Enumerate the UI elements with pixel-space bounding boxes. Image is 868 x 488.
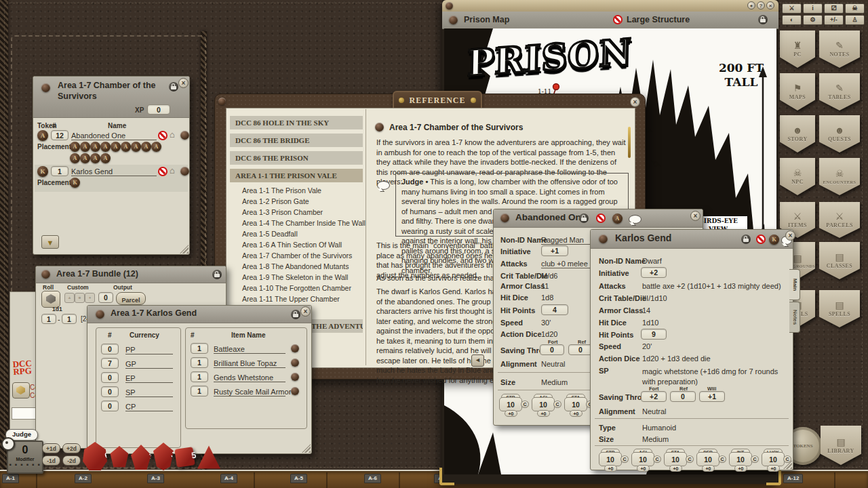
xp-value[interactable]: 0: [147, 104, 170, 115]
scrollbar-ornament[interactable]: [628, 127, 631, 158]
open-record-dot[interactable]: [180, 131, 189, 140]
day-night-icon[interactable]: ◐: [782, 15, 802, 25]
close-icon[interactable]: ×: [785, 230, 795, 241]
id-badge-icon[interactable]: [596, 214, 606, 223]
ability-str[interactable]: STR10 C+0: [499, 394, 529, 421]
custom-count[interactable]: 0: [98, 292, 113, 303]
window-menu-dot[interactable]: [41, 83, 50, 92]
map-corner-bracket-left[interactable]: [439, 468, 454, 485]
plus-1d-button[interactable]: +1d: [42, 443, 60, 453]
check-button[interactable]: C: [718, 455, 726, 463]
placement-token[interactable]: A: [70, 142, 80, 152]
open-item-dot[interactable]: [291, 373, 299, 381]
toc-item[interactable]: Area 1-8 The Abandoned Mutants: [242, 262, 349, 270]
ability-int[interactable]: INT10 C+0: [729, 449, 759, 476]
initiative-value[interactable]: +1: [541, 245, 568, 256]
toc-item[interactable]: Area 1-2 Prison Gate: [242, 197, 309, 205]
close-icon[interactable]: ×: [178, 78, 189, 88]
sidebar-item-story[interactable]: ☻STORY: [780, 115, 815, 152]
open-item-dot[interactable]: [291, 359, 299, 367]
window-menu-dot[interactable]: [500, 214, 509, 222]
item-link[interactable]: Rusty Scale Mail Armor: [214, 388, 285, 396]
currency-name[interactable]: EP: [125, 374, 173, 383]
dice-bag-icon[interactable]: ⚂: [824, 3, 844, 14]
effects-icon[interactable]: ♙: [845, 15, 865, 25]
field-value[interactable]: Neutral: [541, 360, 565, 368]
fort-save[interactable]: +2: [641, 391, 667, 402]
field-value[interactable]: 30': [541, 319, 551, 327]
currency-name[interactable]: PP: [125, 346, 173, 354]
item-count[interactable]: 1: [191, 343, 208, 354]
field-value[interactable]: 1d20: [541, 330, 557, 338]
sidebar-item-pc[interactable]: ♜PC: [780, 30, 815, 68]
toc-item[interactable]: Area 1-6 A Thin Section Of Wall: [242, 241, 342, 249]
window-menu-dot[interactable]: [41, 270, 50, 279]
resize-grip[interactable]: [180, 245, 189, 253]
placement-token[interactable]: A: [70, 153, 80, 163]
placement-token[interactable]: A: [151, 142, 161, 152]
modifiers-icon[interactable]: +/-: [824, 15, 844, 25]
toc-header[interactable]: DCC 86 HOLE IN THE SKY: [230, 116, 363, 129]
placement-token[interactable]: A: [90, 153, 100, 163]
help-icon[interactable]: ?: [757, 1, 765, 9]
hotkey-tab-a2[interactable]: A-2: [75, 474, 92, 483]
back-arrow-button[interactable]: ◄: [471, 354, 484, 367]
item-count[interactable]: 1: [191, 357, 208, 368]
ref-save[interactable]: 0: [670, 391, 696, 402]
ability-agi[interactable]: AGI10 C+0: [631, 449, 661, 476]
toc-header-selected[interactable]: AREA 1-1 THE PRISON VALE: [230, 169, 363, 182]
sidebar-item-encounters[interactable]: ☠ENCOUNTERS: [819, 158, 860, 195]
placement-token[interactable]: A: [121, 142, 131, 152]
map-window-top-strip[interactable]: ⌖ ? ×: [442, 0, 778, 12]
close-icon[interactable]: ×: [690, 211, 701, 221]
count-karlos[interactable]: 1: [51, 166, 68, 176]
toc-header[interactable]: DCC 86 THE PRISON: [230, 151, 363, 165]
ability-str[interactable]: STR10 C+0: [599, 449, 629, 476]
hit-points-value[interactable]: 4: [541, 304, 568, 315]
hotkey-tab-a6[interactable]: A-6: [364, 474, 381, 483]
window-menu-dot[interactable]: [599, 235, 608, 243]
check-button[interactable]: C: [653, 455, 661, 463]
house-icon[interactable]: ⌂: [170, 130, 175, 139]
currency-name[interactable]: CP: [125, 403, 173, 411]
toc-item[interactable]: Area 1-3 Prison Chamber: [242, 208, 323, 216]
currency-count[interactable]: 0: [101, 401, 119, 411]
lock-icon[interactable]: [169, 82, 178, 92]
check-button[interactable]: C: [783, 455, 791, 463]
sidebar-item-notes[interactable]: ✎NOTES: [819, 30, 860, 68]
target-ring-icon[interactable]: [1, 437, 15, 451]
speech-bubble-icon[interactable]: [377, 181, 390, 190]
placement-token[interactable]: A: [100, 153, 111, 163]
field-value[interactable]: Neutral: [642, 407, 666, 415]
toc-item[interactable]: Area 1-4 The Chamber Inside The Wall: [242, 219, 366, 227]
item-count[interactable]: 1: [191, 371, 208, 382]
open-item-dot[interactable]: [291, 387, 299, 395]
placement-token[interactable]: K: [70, 178, 80, 188]
open-item-dot[interactable]: [291, 344, 299, 352]
sidebar-item-classes[interactable]: ▤CLASSES: [819, 242, 860, 279]
lock-icon[interactable]: [741, 235, 751, 244]
toc-item[interactable]: Area 1-10 The Forgotten Chamber: [242, 284, 351, 292]
field-value[interactable]: M/d6: [541, 272, 557, 280]
hotkey-tab-a3[interactable]: A-3: [147, 474, 164, 483]
plus-2d-button[interactable]: +2d: [62, 443, 81, 453]
ref-save[interactable]: 0: [568, 344, 593, 355]
placement-token[interactable]: A: [111, 142, 121, 152]
check-button[interactable]: C: [620, 455, 629, 463]
field-value[interactable]: 20': [642, 342, 652, 350]
close-icon[interactable]: ×: [300, 306, 311, 317]
item-count[interactable]: 1: [191, 386, 208, 396]
toc-header[interactable]: DCC 86 THE BRIDGE: [230, 134, 363, 147]
field-value[interactable]: Humanoid: [642, 424, 676, 432]
item-link[interactable]: Gends Whetstone: [214, 373, 285, 382]
options-gear-icon[interactable]: ⚙: [803, 15, 823, 25]
lock-icon[interactable]: [758, 15, 768, 24]
hotkey-tab-a5[interactable]: A-5: [290, 474, 307, 483]
field-value[interactable]: Medium: [541, 378, 568, 386]
field-value[interactable]: III/1d10: [642, 294, 667, 302]
placement-token[interactable]: A: [80, 153, 90, 163]
check-button[interactable]: C: [751, 455, 759, 463]
toc-item[interactable]: Area 1-11 The Upper Chamber: [242, 295, 340, 303]
close-icon[interactable]: ×: [630, 97, 640, 107]
currency-count[interactable]: 0: [101, 344, 119, 354]
